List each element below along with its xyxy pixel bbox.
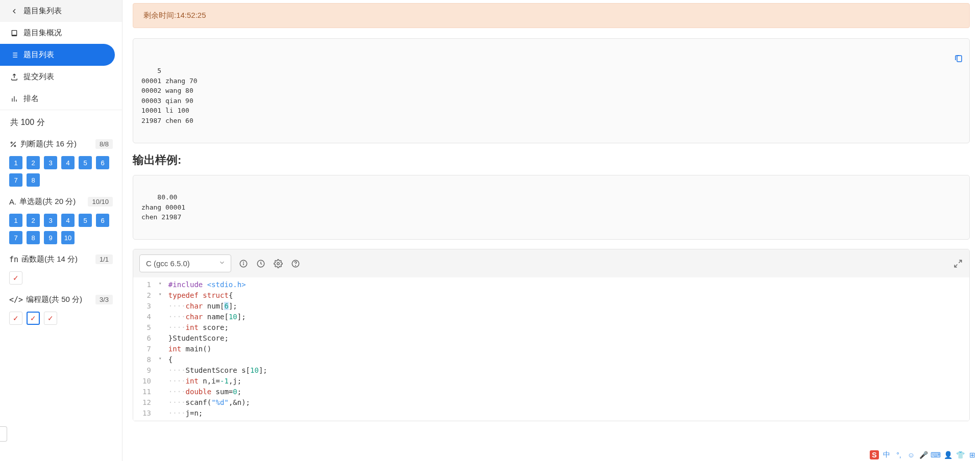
question-6[interactable]: 6: [96, 156, 109, 169]
question-2[interactable]: 2: [27, 214, 40, 227]
main-content: 剩余时间:14:52:25 5 00001 zhang 70 00002 wan…: [122, 0, 980, 461]
judge-question-grid: 12345678: [0, 153, 122, 193]
upload-icon: [10, 73, 18, 81]
ime-emoji-icon[interactable]: ☺: [906, 450, 916, 459]
prog-question-grid: ✓✓✓: [0, 309, 122, 331]
ime-logo-icon[interactable]: S: [870, 450, 879, 459]
svg-point-13: [277, 262, 280, 265]
question-6[interactable]: 6: [96, 214, 109, 227]
section-prog-badge: 3/3: [95, 295, 113, 304]
question-10[interactable]: 10: [61, 231, 75, 244]
help-icon[interactable]: [290, 259, 301, 269]
question-7[interactable]: 7: [9, 173, 22, 187]
fullscreen-icon[interactable]: [953, 259, 963, 269]
output-sample-text: 80.00 zhang 00001 chen 21987: [141, 193, 185, 221]
question-7[interactable]: 7: [9, 231, 22, 244]
question-9[interactable]: 9: [44, 231, 57, 244]
section-func-title: fn 函数题(共 14 分): [9, 254, 78, 264]
nav-question-list-label: 题目列表: [23, 50, 54, 60]
language-select[interactable]: C (gcc 6.5.0): [139, 254, 231, 272]
section-prog: </> 编程题(共 50 分) 3/3: [0, 291, 122, 309]
clipboard-icon: [954, 54, 963, 63]
letter-a-icon: A.: [9, 197, 16, 206]
code-editor[interactable]: 12345678910111213 ▾▾▾ #include <stdio.h>…: [133, 277, 969, 421]
svg-point-11: [243, 262, 244, 262]
svg-line-16: [959, 260, 962, 263]
book-icon: [10, 29, 18, 37]
question-1[interactable]: 1: [9, 214, 22, 227]
nav-back[interactable]: 题目集列表: [0, 0, 122, 22]
section-judge-title: 判断题(共 16 分): [9, 139, 77, 149]
ranking-icon: [10, 95, 18, 103]
code-icon: </>: [9, 295, 23, 304]
editor-toolbar: C (gcc 6.5.0): [133, 249, 969, 277]
section-func-badge: 1/1: [95, 254, 113, 264]
section-single: A. 单选题(共 20 分) 10/10: [0, 193, 122, 211]
ime-keyboard-icon[interactable]: ⌨: [931, 450, 940, 459]
language-value: C (gcc 6.5.0): [146, 259, 190, 268]
question-4[interactable]: 4: [61, 156, 75, 169]
nav-back-label: 题目集列表: [23, 6, 62, 16]
prog-check-2[interactable]: ✓: [27, 312, 40, 325]
section-single-title: A. 单选题(共 20 分): [9, 197, 76, 207]
ime-skin-icon[interactable]: 👕: [955, 450, 965, 459]
nav-ranking[interactable]: 排名: [0, 88, 122, 110]
edge-tab[interactable]: [0, 426, 7, 442]
question-5[interactable]: 5: [79, 156, 92, 169]
question-8[interactable]: 8: [27, 231, 40, 244]
ime-taskbar: S 中 °, ☺ 🎤 ⌨ 👤 👕 ⊞: [870, 450, 977, 459]
nav-submissions[interactable]: 提交列表: [0, 66, 122, 88]
fold-column: ▾▾▾: [156, 277, 164, 421]
question-2[interactable]: 2: [27, 156, 40, 169]
svg-point-7: [11, 142, 12, 143]
total-score: 共 100 分: [0, 110, 122, 135]
input-sample-text: 5 00001 zhang 70 00002 wang 80 00003 qia…: [141, 67, 198, 124]
history-icon[interactable]: [256, 259, 266, 269]
svg-line-17: [954, 264, 957, 267]
section-prog-title: </> 编程题(共 50 分): [9, 295, 82, 304]
prog-check-1[interactable]: ✓: [9, 312, 22, 325]
ime-lang[interactable]: 中: [882, 450, 891, 459]
code-editor-panel: C (gcc 6.5.0) 12345678910111213 ▾▾▾ #inc…: [133, 249, 970, 421]
single-question-grid: 12345678910: [0, 211, 122, 250]
section-func: fn 函数题(共 14 分) 1/1: [0, 250, 122, 268]
chevron-down-icon: [218, 259, 226, 268]
question-8[interactable]: 8: [27, 173, 40, 187]
svg-rect-9: [957, 56, 962, 62]
percent-icon: [9, 140, 17, 148]
svg-point-8: [14, 145, 16, 147]
question-3[interactable]: 3: [44, 156, 57, 169]
output-sample-box: 80.00 zhang 00001 chen 21987: [133, 175, 970, 240]
gear-icon[interactable]: [273, 259, 283, 269]
ime-toolbox-icon[interactable]: ⊞: [968, 450, 977, 459]
section-single-badge: 10/10: [88, 197, 113, 207]
question-4[interactable]: 4: [61, 214, 75, 227]
info-icon[interactable]: [238, 259, 249, 269]
code-content[interactable]: #include <stdio.h> typedef struct{ ····c…: [164, 277, 969, 421]
ime-mic-icon[interactable]: 🎤: [919, 450, 928, 459]
function-icon: fn: [9, 255, 18, 264]
output-heading: 输出样例:: [133, 152, 970, 168]
line-gutter: 12345678910111213: [133, 277, 156, 421]
prog-check-3[interactable]: ✓: [44, 312, 57, 325]
input-sample-box: 5 00001 zhang 70 00002 wang 80 00003 qia…: [133, 38, 970, 143]
chevron-left-icon: [10, 7, 18, 15]
nav-overview-label: 题目集概况: [23, 28, 62, 38]
svg-point-15: [296, 265, 296, 266]
list-icon: [10, 51, 18, 59]
copy-input-button[interactable]: [930, 44, 963, 76]
svg-line-6: [11, 142, 15, 146]
ime-user-icon[interactable]: 👤: [943, 450, 952, 459]
func-check-1[interactable]: ✓: [9, 271, 22, 285]
timer-banner: 剩余时间:14:52:25: [133, 3, 970, 28]
ime-punct-icon[interactable]: °,: [894, 450, 903, 459]
nav-question-list[interactable]: 题目列表: [0, 44, 115, 66]
sidebar: 题目集列表 题目集概况 题目列表 提交列表 排名 共 100 分 判断题(共 1…: [0, 0, 122, 461]
question-1[interactable]: 1: [9, 156, 22, 169]
question-5[interactable]: 5: [79, 214, 92, 227]
nav-overview[interactable]: 题目集概况: [0, 22, 122, 44]
question-3[interactable]: 3: [44, 214, 57, 227]
section-judge: 判断题(共 16 分) 8/8: [0, 135, 122, 153]
func-question-grid: ✓: [0, 268, 122, 291]
nav-ranking-label: 排名: [23, 94, 39, 104]
